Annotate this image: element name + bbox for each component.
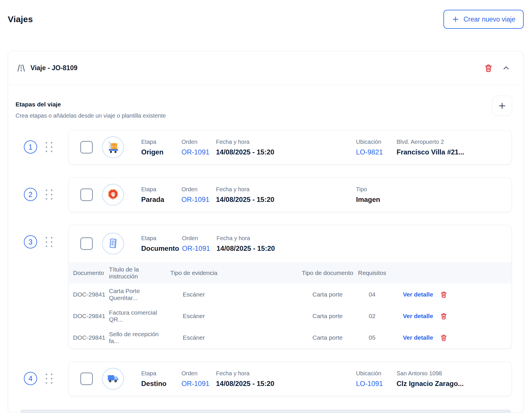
doc-actions: Ver detalle [388,290,511,299]
stage-row-documento: 3 Etapa Documento Orden [16,225,512,349]
trash-icon [440,334,447,342]
field-fecha: Fecha y hora 14/08/2025 - 15:20 [216,370,356,388]
field-fecha: Fecha y hora 14/08/2025 - 15:20 [216,139,356,156]
delete-document-button[interactable] [440,290,447,299]
trip-card-header: Viaje - JO-8109 [8,51,523,85]
plus-icon [452,16,459,23]
add-stage-button[interactable] [492,96,512,116]
stage-checkbox[interactable] [80,141,93,154]
field-orden: Orden OR-1091 [181,139,216,156]
stages-list: 1 Etapa Origen Orden O [8,130,523,396]
trash-icon [440,312,447,320]
field-fecha: Fecha y hora 14/08/2025 - 15:20 [217,235,357,253]
documents-table-header: Documento Título de la instrucción Tipo … [69,262,511,284]
orden-link[interactable]: OR-1091 [181,196,213,204]
stages-section-titles: Etapas del viaje Crea etapas o añádelas … [16,101,166,119]
stages-section-title: Etapas del viaje [16,101,166,108]
delete-trip-button[interactable] [484,63,493,73]
field-orden: Orden OR-1091 [181,186,216,204]
doc-tipo: Carta porte [299,291,356,298]
orden-link[interactable]: OR-1091 [181,380,213,388]
document-row: DOC-29841 Factura comercial QR... Escáne… [69,305,511,327]
field-direccion: Blvd. Aeropuerto 2 Francisco Villa #21..… [397,139,505,156]
stage-checkbox[interactable] [80,188,93,201]
stage-number-badge: 1 [24,140,37,154]
drag-handle[interactable] [46,374,52,384]
ver-detalle-link[interactable]: Ver detalle [403,313,433,320]
col-evidencia: Tipo de evidencia [169,269,218,276]
field-direccion: San Antonio 1098 Clz Ignacio Zarago... [397,370,505,388]
doc-evidencia: Escáner [169,291,218,298]
doc-titulo: Sello de recepción fa... [109,331,169,345]
doc-id: DOC-29841 [69,313,109,320]
doc-evidencia: Escáner [169,334,218,341]
topbar: Viajes Crear nuevo viaje [8,10,524,29]
stop-hand-icon [102,184,124,206]
col-requisitos: Requisitos [356,269,388,276]
trip-title: Viaje - JO-8109 [30,64,77,72]
document-icon [102,233,124,255]
doc-actions: Ver detalle [388,312,511,320]
create-trip-button[interactable]: Crear nuevo viaje [443,10,524,29]
orden-link[interactable]: OR-1091 [182,244,214,253]
doc-requisitos: 05 [356,334,388,341]
trip-card: Viaje - JO-8109 Etapas del viaje Crea et… [8,51,524,413]
stages-section-subtitle: Crea etapas o añádelas desde un viaje o … [16,112,166,119]
documents-table: Documento Título de la instrucción Tipo … [69,262,511,348]
stage-checkbox[interactable] [80,237,93,250]
field-etapa: Etapa Documento [141,235,182,253]
dolly-icon [102,136,124,158]
field-orden: Orden OR-1091 [181,370,216,388]
delete-document-button[interactable] [440,312,447,320]
viajes-page: Viajes Crear nuevo viaje Viaje - JO-8109 [0,0,532,413]
col-tipo-documento: Tipo de documento [299,269,356,276]
col-documento: Documento [69,269,109,276]
stage-row-origen: 1 Etapa Origen Orden O [16,130,512,165]
create-trip-label: Crear nuevo viaje [464,16,515,23]
stage-card: Etapa Origen Orden OR-1091 Fecha y hora … [68,130,512,165]
plus-icon [498,102,506,110]
field-etapa: Etapa Origen [141,139,181,156]
field-ubicacion: Ubicación LO-1091 [356,370,397,388]
trip-header-actions [484,63,510,73]
col-titulo: Título de la instrucción [109,266,169,280]
stage-row-destino: 4 Etapa Destino Orden [16,362,512,396]
doc-tipo: Carta porte [299,313,356,320]
field-etapa: Etapa Destino [141,370,181,388]
drag-handle[interactable] [46,142,52,152]
truck-icon [102,368,124,390]
orden-link[interactable]: OR-1091 [181,148,213,156]
stage-number-badge: 2 [24,188,37,201]
stage-card: Etapa Parada Orden OR-1091 Fecha y hora … [68,177,512,212]
ubicacion-link[interactable]: LO-1091 [356,380,394,388]
doc-requisitos: 04 [356,291,388,298]
ubicacion-link[interactable]: LO-9821 [356,148,394,156]
collapse-trip-button[interactable] [502,64,510,72]
stage-row-parada: 2 Etapa Parada Orden O [16,177,512,212]
doc-titulo: Carta Porte Querétar... [109,288,169,301]
drag-handle[interactable] [46,237,52,247]
road-icon [17,64,26,72]
stage-checkbox[interactable] [80,372,93,385]
page-title: Viajes [8,14,33,24]
delete-document-button[interactable] [440,334,447,342]
doc-titulo: Factura comercial QR... [109,309,169,323]
next-card-peek [20,410,511,413]
chevron-up-icon [502,64,510,72]
field-tipo: Tipo Imagen [356,186,397,204]
field-fecha: Fecha y hora 14/08/2025 - 15:20 [216,186,356,204]
stage-card: Etapa Destino Orden OR-1091 Fecha y hora… [68,362,512,396]
ver-detalle-link[interactable]: Ver detalle [403,334,433,341]
stages-section-head: Etapas del viaje Crea etapas o añádelas … [8,85,523,119]
field-ubicacion: Ubicación LO-9821 [356,139,397,156]
doc-actions: Ver detalle [388,334,511,342]
doc-tipo: Carta porte [299,334,356,341]
document-row: DOC-29841 Sello de recepción fa... Escán… [69,327,511,348]
ver-detalle-link[interactable]: Ver detalle [403,291,433,298]
doc-id: DOC-29841 [69,334,109,341]
doc-id: DOC-29841 [69,291,109,298]
drag-handle[interactable] [46,190,52,200]
trash-icon [484,63,493,73]
document-row: DOC-29841 Carta Porte Querétar... Escáne… [69,284,511,305]
doc-requisitos: 02 [356,313,388,320]
